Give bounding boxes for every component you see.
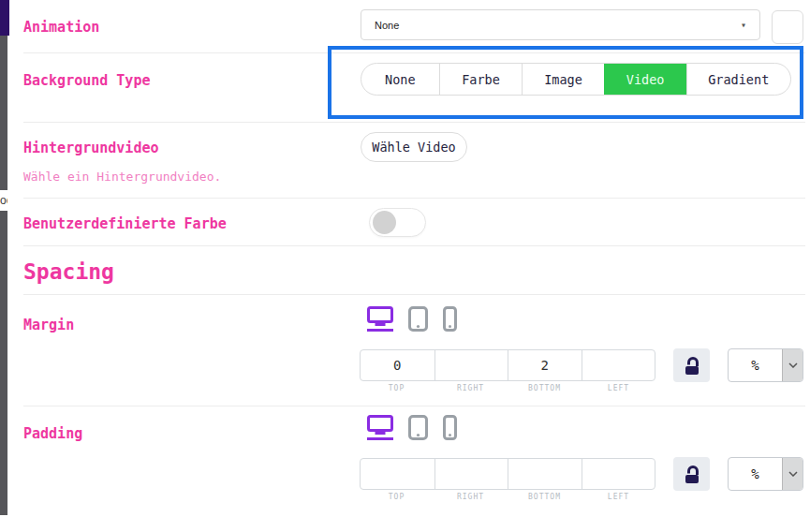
padding-field-labels: TOP RIGHT BOTTOM LEFT <box>360 493 655 501</box>
toggle-knob <box>373 211 396 234</box>
margin-field-labels: TOP RIGHT BOTTOM LEFT <box>360 384 655 392</box>
right-field-label: RIGHT <box>434 384 508 392</box>
background-type-button-group: None Farbe Image Video Gradient <box>361 63 791 96</box>
margin-right-input[interactable] <box>435 350 508 380</box>
unlock-icon <box>683 356 701 376</box>
margin-link-values-button[interactable] <box>673 348 710 382</box>
padding-left-cell <box>582 459 655 489</box>
padding-unit-value: % <box>729 458 782 490</box>
margin-right-cell <box>434 350 508 380</box>
custom-color-label: Benutzerdefinierte Farbe <box>23 215 227 232</box>
padding-bottom-input[interactable] <box>508 459 582 489</box>
mobile-icon[interactable] <box>443 415 457 440</box>
background-video-description: Wähle ein Hintergrundvideo. <box>23 170 221 184</box>
custom-color-toggle[interactable] <box>369 208 426 237</box>
clipped-underlying-text: oc <box>0 190 7 211</box>
padding-left-input[interactable] <box>582 459 655 489</box>
divider <box>23 406 805 406</box>
background-video-label: Hintergrundvideo <box>23 140 159 156</box>
margin-inputs <box>360 349 655 381</box>
divider <box>23 198 805 199</box>
tablet-icon[interactable] <box>408 306 428 332</box>
margin-bottom-input[interactable] <box>508 350 582 380</box>
background-type-option-gradient[interactable]: Gradient <box>686 64 791 95</box>
padding-inputs <box>360 458 655 490</box>
background-type-label: Background Type <box>23 72 150 89</box>
choose-video-button[interactable]: Wähle Video <box>361 132 467 162</box>
desktop-icon[interactable] <box>367 415 393 440</box>
background-type-option-none[interactable]: None <box>361 64 439 95</box>
mobile-icon[interactable] <box>443 306 457 332</box>
animation-dropdown[interactable]: None ▾ <box>361 9 760 40</box>
active-device-underline <box>367 437 393 440</box>
padding-top-input[interactable] <box>361 459 434 489</box>
margin-top-cell <box>361 350 434 380</box>
right-field-label: RIGHT <box>434 493 508 501</box>
left-field-label: LEFT <box>582 493 655 501</box>
divider <box>23 122 805 123</box>
chevron-down-icon: ▾ <box>741 20 746 30</box>
margin-unit-value: % <box>729 349 782 381</box>
margin-left-cell <box>582 350 655 380</box>
margin-top-input[interactable] <box>361 350 434 380</box>
animation-label: Animation <box>23 19 99 36</box>
background-type-option-farbe[interactable]: Farbe <box>439 64 523 95</box>
edge-strip-gray <box>0 36 7 515</box>
tablet-icon[interactable] <box>408 415 428 440</box>
unlock-icon <box>683 465 701 484</box>
background-type-option-video[interactable]: Video <box>604 64 686 95</box>
margin-unit-select[interactable]: % <box>728 348 803 382</box>
bottom-field-label: BOTTOM <box>508 493 582 501</box>
divider <box>23 245 805 246</box>
left-field-label: LEFT <box>582 384 655 392</box>
padding-top-cell <box>361 459 434 489</box>
padding-bottom-cell <box>508 459 582 489</box>
margin-label: Margin <box>23 317 74 333</box>
margin-left-input[interactable] <box>582 350 655 380</box>
padding-link-values-button[interactable] <box>673 457 710 491</box>
small-square-button[interactable] <box>772 10 803 44</box>
padding-device-switcher <box>367 415 457 440</box>
top-field-label: TOP <box>360 384 434 392</box>
divider <box>23 52 805 53</box>
background-type-option-image[interactable]: Image <box>522 64 604 95</box>
padding-unit-select[interactable]: % <box>728 457 803 491</box>
active-device-underline <box>367 329 393 332</box>
chevron-down-icon <box>782 458 803 490</box>
edge-strip-purple <box>0 0 9 36</box>
top-field-label: TOP <box>360 493 434 501</box>
animation-dropdown-value: None <box>375 20 399 31</box>
margin-device-switcher <box>367 306 457 332</box>
spacing-heading: Spacing <box>23 259 114 284</box>
padding-right-input[interactable] <box>435 459 508 489</box>
chevron-down-icon <box>782 349 803 381</box>
desktop-icon[interactable] <box>367 306 393 332</box>
divider <box>23 294 805 295</box>
margin-bottom-cell <box>508 350 582 380</box>
padding-right-cell <box>434 459 508 489</box>
bottom-field-label: BOTTOM <box>508 384 582 392</box>
padding-label: Padding <box>23 425 82 442</box>
